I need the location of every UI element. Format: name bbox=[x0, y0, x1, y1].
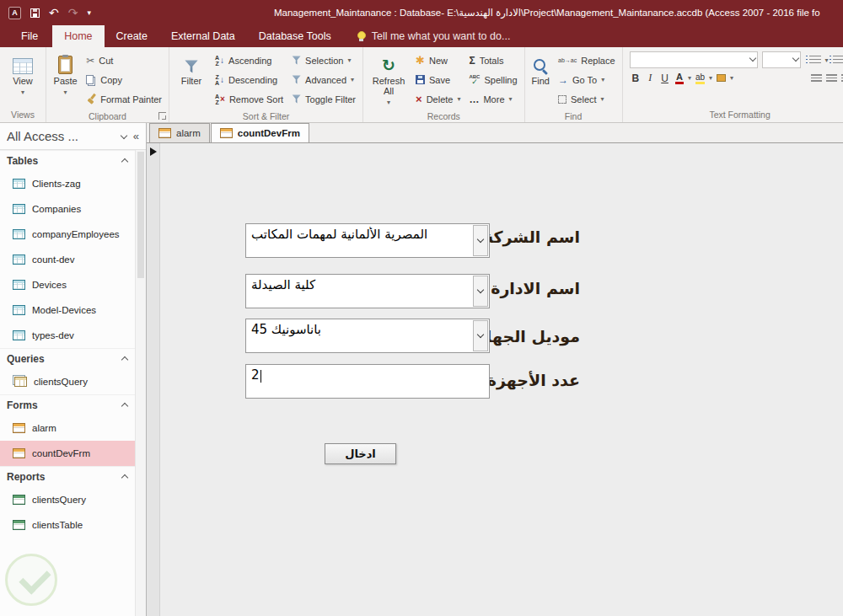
nav-item-clientsquery[interactable]: clientsQuery bbox=[0, 369, 135, 394]
save-button[interactable] bbox=[30, 8, 40, 18]
tab-external-data[interactable]: External Data bbox=[159, 25, 247, 47]
text-caret bbox=[260, 370, 261, 383]
totals-button[interactable]: ΣTotals bbox=[465, 51, 520, 70]
administration-name-combo[interactable]: كلية الصيدلة bbox=[245, 274, 490, 308]
view-button[interactable]: View ▾ bbox=[3, 49, 42, 107]
nav-item-clients-zag[interactable]: Clients-zag bbox=[0, 171, 135, 196]
submit-button[interactable]: ادخال bbox=[325, 443, 396, 464]
nav-section-header-forms[interactable]: Forms bbox=[0, 394, 135, 415]
font-color-button[interactable]: A bbox=[675, 72, 684, 84]
record-selector-bar[interactable] bbox=[147, 143, 160, 616]
nav-scrollbar-thumb[interactable] bbox=[137, 152, 144, 278]
tab-create[interactable]: Create bbox=[105, 25, 160, 47]
select-button[interactable]: Select▾ bbox=[555, 89, 619, 109]
undo-button[interactable]: ↶ bbox=[49, 6, 59, 19]
nav-item-alarm[interactable]: alarm bbox=[0, 415, 135, 441]
nav-pane-header: All Access ... « bbox=[0, 123, 146, 150]
selection-box-icon bbox=[558, 95, 566, 104]
bullets-icon[interactable] bbox=[809, 56, 821, 65]
numbering-icon[interactable] bbox=[833, 56, 843, 65]
toggle-filter-button[interactable]: Toggle Filter bbox=[288, 89, 359, 109]
chevron-down-icon: ▾ bbox=[387, 98, 390, 108]
collapse-icon bbox=[121, 403, 128, 410]
group-label-text-formatting: Text Formatting bbox=[625, 108, 843, 122]
tell-me-box[interactable]: Tell me what you want to do... bbox=[357, 25, 511, 47]
go-to-button[interactable]: →Go To▾ bbox=[555, 70, 619, 89]
field-label-device-count: عدد الأجهزة bbox=[484, 371, 580, 389]
font-name-combo[interactable] bbox=[630, 51, 758, 68]
lightbulb-icon bbox=[357, 31, 366, 41]
abc-check-icon: ABC✓ bbox=[469, 74, 480, 86]
background-color-button[interactable] bbox=[717, 74, 726, 82]
highlight-color-button[interactable]: ab bbox=[695, 72, 705, 84]
table-icon bbox=[13, 280, 25, 290]
nav-item-countdevfrm[interactable]: countDevFrm bbox=[0, 441, 135, 466]
new-record-button[interactable]: ✱New bbox=[412, 51, 464, 70]
combo-dropdown-button[interactable] bbox=[473, 225, 488, 256]
nav-item-companyemployees[interactable]: companyEmployees bbox=[0, 222, 135, 247]
nav-item-devices[interactable]: Devices bbox=[0, 272, 135, 297]
form-icon bbox=[220, 128, 233, 138]
nav-item-clientsquery-report[interactable]: clientsQuery bbox=[0, 487, 135, 512]
tab-file[interactable]: File bbox=[7, 25, 52, 47]
refresh-icon: ↻ bbox=[382, 57, 395, 74]
tab-home[interactable]: Home bbox=[52, 25, 104, 47]
funnel-icon bbox=[292, 56, 301, 66]
device-model-combo[interactable]: باناسونيك 45 bbox=[245, 319, 490, 353]
replace-letters-icon: ab→ac bbox=[558, 57, 577, 63]
nav-item-companies[interactable]: Companies bbox=[0, 196, 135, 222]
paste-button[interactable]: Paste ▾ bbox=[50, 49, 81, 109]
align-left-button[interactable] bbox=[811, 74, 822, 83]
redo-button[interactable]: ↷ bbox=[68, 6, 78, 19]
spelling-button[interactable]: ABC✓Spelling bbox=[465, 70, 520, 89]
red-x-icon: × bbox=[416, 94, 422, 104]
tab-countdevfrm[interactable]: countDevFrm bbox=[211, 123, 309, 142]
underline-button[interactable]: U bbox=[658, 72, 671, 84]
tab-alarm[interactable]: alarm bbox=[149, 123, 210, 142]
align-center-button[interactable] bbox=[826, 74, 837, 83]
company-name-combo[interactable]: المصرية الألمانية لمهمات المكاتب bbox=[245, 223, 490, 258]
remove-sort-button[interactable]: AZ× Remove Sort bbox=[212, 89, 287, 109]
descending-button[interactable]: ZA↓ Descending bbox=[212, 70, 287, 89]
ascending-button[interactable]: AZ↓ Ascending bbox=[212, 51, 287, 70]
nav-menu-chevron-icon[interactable] bbox=[121, 131, 127, 138]
nav-item-count-dev[interactable]: count-dev bbox=[0, 247, 135, 272]
nav-scrollbar[interactable] bbox=[135, 150, 146, 616]
ribbon-tab-row: File Home Create External Data Database … bbox=[0, 25, 843, 47]
combo-dropdown-button[interactable] bbox=[473, 320, 488, 351]
copy-button[interactable]: Copy bbox=[83, 70, 165, 89]
chevron-down-icon: ▾ bbox=[601, 95, 604, 103]
device-count-textbox[interactable]: 2 bbox=[245, 364, 490, 399]
cut-button[interactable]: ✂Cut bbox=[83, 51, 165, 70]
nav-item-model-devices[interactable]: Model-Devices bbox=[0, 297, 135, 323]
delete-record-button[interactable]: ×Delete▾ bbox=[412, 89, 464, 109]
nav-section-header-reports[interactable]: Reports bbox=[0, 466, 135, 487]
find-button[interactable]: Find bbox=[529, 49, 553, 109]
sort-az-down-icon: AZ↓ bbox=[215, 55, 224, 67]
nav-item-clientstable-report[interactable]: clientsTable bbox=[0, 512, 135, 538]
advanced-button[interactable]: Advanced▾ bbox=[288, 70, 359, 89]
italic-button[interactable]: I bbox=[646, 72, 654, 84]
shutter-bar-close-icon[interactable]: « bbox=[133, 130, 139, 142]
tab-database-tools[interactable]: Database Tools bbox=[247, 25, 343, 47]
chevron-down-icon bbox=[477, 287, 484, 293]
collapse-icon bbox=[121, 356, 128, 363]
selection-button[interactable]: Selection▾ bbox=[288, 51, 359, 70]
clipboard-dialog-launcher-icon[interactable] bbox=[158, 112, 166, 120]
nav-section-header-tables[interactable]: Tables bbox=[0, 150, 135, 171]
chevron-down-icon bbox=[477, 331, 484, 338]
replace-button[interactable]: ab→acReplace bbox=[555, 51, 619, 70]
more-button[interactable]: …More▾ bbox=[465, 89, 520, 109]
customize-quick-access-icon[interactable]: ▾ bbox=[87, 8, 91, 17]
field-label-administration: اسم الادارة bbox=[484, 279, 580, 297]
filter-button[interactable]: Filter bbox=[173, 49, 210, 109]
nav-section-header-queries[interactable]: Queries bbox=[0, 348, 135, 369]
refresh-all-button[interactable]: ↻ Refresh All ▾ bbox=[367, 49, 411, 109]
group-label-find: Find bbox=[527, 110, 620, 123]
format-painter-button[interactable]: Format Painter bbox=[83, 89, 165, 109]
combo-dropdown-button[interactable] bbox=[473, 276, 488, 307]
save-record-button[interactable]: Save bbox=[412, 70, 464, 89]
font-size-combo[interactable] bbox=[762, 51, 801, 68]
nav-item-types-dev[interactable]: types-dev bbox=[0, 323, 135, 348]
bold-button[interactable]: B bbox=[630, 72, 642, 84]
